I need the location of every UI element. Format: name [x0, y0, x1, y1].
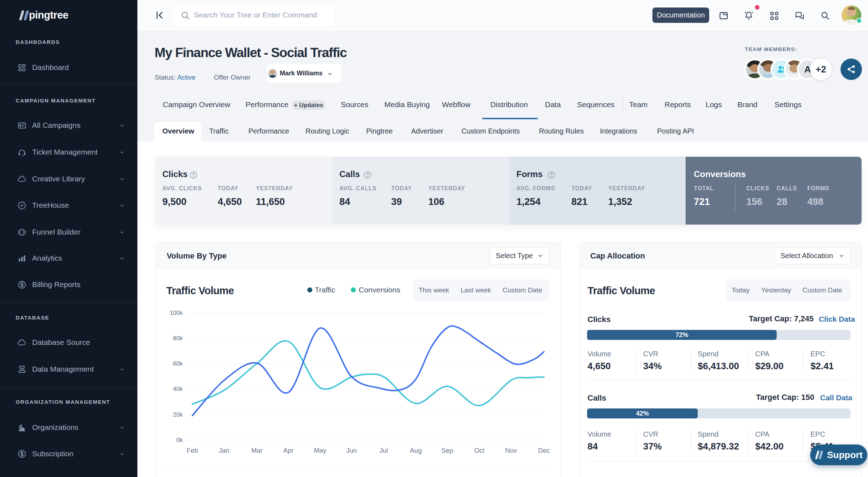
svg-text:80k: 80k	[173, 335, 183, 342]
svg-text:Nov: Nov	[505, 447, 518, 454]
svg-text:40k: 40k	[173, 386, 183, 392]
svg-text:Dec: Dec	[538, 447, 550, 454]
svg-text:Oct: Oct	[474, 447, 485, 454]
svg-text:Jun: Jun	[346, 447, 357, 454]
svg-text:Sep: Sep	[441, 447, 453, 454]
svg-text:pingtree: pingtree	[29, 10, 69, 21]
svg-text:20k: 20k	[173, 411, 183, 418]
svg-text:100k: 100k	[170, 310, 183, 316]
svg-text:0k: 0k	[176, 437, 183, 443]
svg-text:Jan: Jan	[219, 447, 229, 454]
svg-text:Jul: Jul	[379, 447, 388, 454]
svg-text:May: May	[314, 447, 327, 454]
svg-text:60k: 60k	[173, 360, 183, 367]
svg-text:Aug: Aug	[410, 447, 422, 454]
svg-text:Apr: Apr	[283, 447, 294, 454]
svg-text:Feb: Feb	[187, 447, 198, 454]
svg-text:Mar: Mar	[251, 447, 263, 454]
